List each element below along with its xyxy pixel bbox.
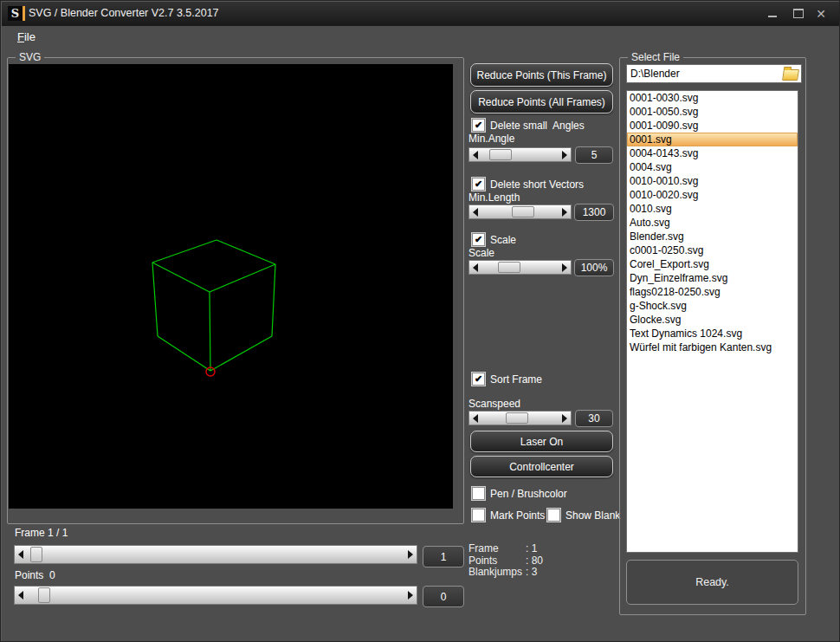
slider-thumb[interactable] bbox=[489, 149, 512, 160]
delete-small-angles-checkbox[interactable]: ✔ bbox=[472, 119, 485, 132]
file-list-item[interactable]: Dyn_Einzelframe.svg bbox=[627, 271, 798, 285]
slider-left-arrow-icon[interactable] bbox=[469, 261, 481, 274]
slider-thumb[interactable] bbox=[38, 587, 50, 603]
slider-right-arrow-icon[interactable] bbox=[559, 205, 571, 218]
points-value[interactable]: 0 bbox=[423, 586, 464, 607]
maximize-icon bbox=[793, 9, 804, 18]
scale-checkbox-row: ✔ Scale bbox=[472, 233, 516, 246]
show-blank-checkbox[interactable]: ✔ bbox=[547, 509, 560, 522]
slider-right-arrow-icon[interactable] bbox=[404, 546, 417, 563]
delete-short-vectors-checkbox[interactable]: ✔ bbox=[472, 178, 485, 191]
min-angle-value[interactable]: 5 bbox=[575, 146, 613, 164]
scanspeed-label: Scanspeed bbox=[468, 398, 520, 410]
slider-left-arrow-icon[interactable] bbox=[15, 587, 27, 604]
delete-small-angles-row: ✔ Delete small Angles bbox=[472, 119, 585, 132]
mark-points-row: ✔ Mark Points bbox=[472, 509, 545, 522]
min-length-slider[interactable] bbox=[468, 204, 572, 219]
sort-frame-checkbox[interactable]: ✔ bbox=[472, 373, 485, 386]
file-list[interactable]: 0001-0030.svg0001-0050.svg0001-0090.svg0… bbox=[626, 90, 798, 553]
scanspeed-slider[interactable] bbox=[468, 411, 572, 425]
slider-right-arrow-icon[interactable] bbox=[404, 587, 417, 604]
file-list-item[interactable]: 0001-0090.svg bbox=[627, 119, 798, 133]
slider-right-arrow-icon[interactable] bbox=[559, 261, 571, 274]
scale-slider[interactable] bbox=[468, 260, 572, 275]
points-slider[interactable] bbox=[14, 586, 417, 605]
pen-brushcolor-row: ✔ Pen / Brushcolor bbox=[472, 487, 567, 500]
pen-brushcolor-checkbox[interactable]: ✔ bbox=[472, 487, 485, 500]
min-angle-slider[interactable] bbox=[468, 147, 572, 162]
scanspeed-value[interactable]: 30 bbox=[575, 410, 613, 427]
select-file-label: Select File bbox=[628, 51, 683, 63]
slider-left-arrow-icon[interactable] bbox=[469, 205, 481, 218]
sort-frame-row: ✔ Sort Frame bbox=[472, 373, 542, 386]
delete-short-vectors-label: Delete short Vectors bbox=[490, 178, 584, 191]
file-list-item[interactable]: 0001-0030.svg bbox=[627, 91, 798, 105]
file-list-item[interactable]: Blender.svg bbox=[627, 230, 798, 243]
file-list-item[interactable]: 0001.svg bbox=[627, 133, 798, 146]
slider-right-arrow-icon[interactable] bbox=[559, 412, 571, 425]
mark-points-checkbox[interactable]: ✔ bbox=[472, 509, 485, 522]
slider-thumb[interactable] bbox=[512, 206, 534, 217]
file-path-field[interactable]: D:\Blender bbox=[626, 64, 802, 83]
reduce-points-all-frames-button[interactable]: Reduce Points (All Frames) bbox=[470, 90, 613, 113]
mark-points-label: Mark Points bbox=[490, 509, 545, 522]
scale-value[interactable]: 100% bbox=[574, 259, 614, 276]
file-list-item[interactable]: Text Dynamics 1024.svg bbox=[627, 327, 798, 340]
delete-short-vectors-row: ✔ Delete short Vectors bbox=[472, 178, 584, 191]
min-length-value[interactable]: 1300 bbox=[574, 204, 614, 221]
laser-on-button[interactable]: Laser On bbox=[470, 431, 613, 452]
file-path-text: D:\Blender bbox=[630, 68, 680, 80]
file-list-item[interactable]: 0004.svg bbox=[627, 160, 798, 174]
status-row: Points: 80 bbox=[468, 555, 543, 567]
status-row: Frame: 1 bbox=[468, 543, 543, 555]
file-list-item[interactable]: flags0218-0250.svg bbox=[627, 285, 798, 299]
file-list-item[interactable]: Glocke.svg bbox=[627, 313, 798, 327]
svg-preview-canvas[interactable] bbox=[9, 64, 453, 509]
slider-right-arrow-icon[interactable] bbox=[559, 148, 571, 161]
points-slider-label: Points 0 bbox=[15, 569, 55, 581]
file-list-item[interactable]: 0010.svg bbox=[627, 202, 798, 216]
file-list-item[interactable]: 0010-0020.svg bbox=[627, 188, 798, 202]
minimize-button[interactable] bbox=[761, 5, 784, 22]
frame-slider-label: Frame 1 / 1 bbox=[15, 527, 68, 539]
maximize-button[interactable] bbox=[787, 5, 810, 22]
show-blank-row: ✔ Show Blank bbox=[547, 509, 620, 522]
ready-text: Ready. bbox=[695, 576, 729, 588]
reduce-points-this-frame-button[interactable]: Reduce Points (This Frame) bbox=[470, 63, 613, 87]
slider-thumb[interactable] bbox=[30, 547, 42, 562]
status-block: Frame: 1Points: 80Blankjumps: 3 bbox=[468, 543, 543, 579]
title-bar[interactable]: S SVG / Blender Converter V2.7 3.5.2017 … bbox=[1, 1, 839, 26]
file-list-item[interactable]: Auto.svg bbox=[627, 216, 798, 230]
minimize-icon bbox=[768, 16, 777, 17]
file-list-item[interactable]: g-Shock.svg bbox=[627, 299, 798, 313]
slider-left-arrow-icon[interactable] bbox=[15, 546, 27, 563]
file-list-item[interactable]: Würfel mit farbigen Kanten.svg bbox=[627, 340, 798, 354]
scale-slider-label: Scale bbox=[468, 247, 494, 259]
svg-group-label: SVG bbox=[16, 51, 44, 63]
slider-left-arrow-icon[interactable] bbox=[469, 148, 481, 161]
delete-small-angles-label: Delete small Angles bbox=[490, 120, 585, 132]
menu-file[interactable]: File bbox=[13, 29, 40, 45]
slider-thumb[interactable] bbox=[506, 412, 528, 424]
frame-slider[interactable] bbox=[14, 545, 417, 564]
slider-left-arrow-icon[interactable] bbox=[469, 412, 481, 425]
check-icon: ✔ bbox=[475, 179, 482, 189]
menu-bar: File bbox=[1, 26, 839, 46]
scale-checkbox[interactable]: ✔ bbox=[472, 233, 485, 246]
frame-value[interactable]: 1 bbox=[423, 546, 464, 567]
close-button[interactable]: ✕ bbox=[810, 5, 832, 22]
file-list-item[interactable]: c0001-0250.svg bbox=[627, 243, 798, 257]
wireframe-cube bbox=[9, 64, 453, 509]
file-list-item[interactable]: 0004-0143.svg bbox=[627, 146, 798, 160]
file-list-item[interactable]: Corel_Export.svg bbox=[627, 257, 798, 271]
browse-folder-button[interactable] bbox=[782, 67, 799, 81]
min-angle-label: Min.Angle bbox=[468, 133, 514, 145]
file-list-item[interactable]: 0010-0010.svg bbox=[627, 174, 798, 188]
window-title: SVG / Blender Converter V2.7 3.5.2017 bbox=[29, 1, 219, 26]
check-icon: ✔ bbox=[475, 374, 482, 384]
check-icon: ✔ bbox=[475, 235, 482, 244]
controlcenter-button[interactable]: Controllcenter bbox=[470, 456, 613, 477]
file-list-item[interactable]: 0001-0050.svg bbox=[627, 105, 798, 119]
slider-thumb[interactable] bbox=[498, 262, 520, 273]
app-icon: S bbox=[8, 6, 25, 21]
